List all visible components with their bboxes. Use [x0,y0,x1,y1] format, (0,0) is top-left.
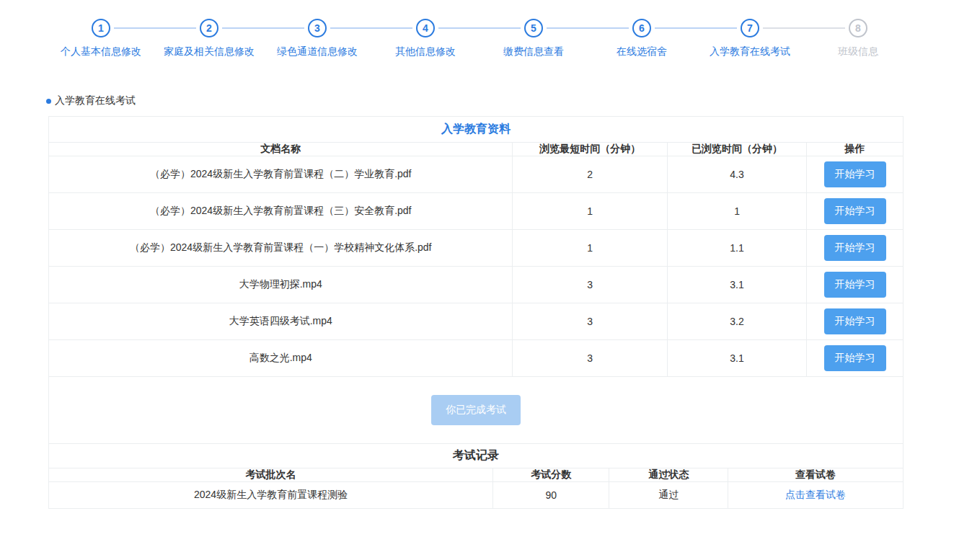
step-4-number-icon: 4 [416,19,435,37]
step-3-number-icon: 3 [308,19,327,37]
step-6-label: 在线选宿舍 [617,45,667,58]
start-study-button[interactable]: 开始学习 [824,198,886,224]
exam-table-header-row: 考试批次名 考试分数 通过状态 查看试卷 [49,468,903,482]
step-5-label: 缴费信息查看 [503,45,564,58]
doc-name: （必学）2024级新生入学教育前置课程（一）学校精神文化体系.pdf [49,230,513,267]
column-header-exam-score: 考试分数 [493,468,609,482]
viewed-time: 3.1 [667,267,806,303]
column-header-action: 操作 [807,143,903,156]
step-2-number-icon: 2 [200,19,218,37]
step-5-number-icon: 5 [524,19,543,37]
education-table-title-row: 入学教育资料 [49,117,903,143]
viewed-time: 3.2 [667,303,806,340]
doc-name: （必学）2024级新生入学教育前置课程（三）安全教育.pdf [49,193,513,230]
exam-completed-button[interactable]: 你已完成考试 [431,395,521,425]
column-header-exam-batch: 考试批次名 [49,468,493,482]
step-1-basic-info[interactable]: 1 个人基本信息修改 [47,19,155,58]
start-study-button[interactable]: 开始学习 [824,235,886,261]
doc-name: 大学物理初探.mp4 [49,267,513,303]
viewed-time: 1.1 [667,230,806,267]
content-tables: 入学教育资料 文档名称 浏览最短时间（分钟） 已浏览时间（分钟） 操作 （必学）… [48,116,903,509]
column-header-doc-name: 文档名称 [49,143,513,156]
table-row: 2024级新生入学教育前置课程测验 90 通过 点击查看试卷 [49,482,903,509]
step-7-online-exam[interactable]: 7 入学教育在线考试 [696,19,804,58]
column-header-view-paper: 查看试卷 [728,468,903,482]
table-row: （必学）2024级新生入学教育前置课程（三）安全教育.pdf 1 1 开始学习 [49,193,903,230]
step-8-class-info[interactable]: 8 班级信息 [804,19,912,58]
step-6-number-icon: 6 [632,19,651,37]
table-row: （必学）2024级新生入学教育前置课程（一）学校精神文化体系.pdf 1 1.1… [49,230,903,267]
step-7-label: 入学教育在线考试 [710,45,790,58]
min-time: 3 [513,303,667,340]
table-row: 高数之光.mp4 3 3.1 开始学习 [49,340,903,377]
education-table-header-row: 文档名称 浏览最短时间（分钟） 已浏览时间（分钟） 操作 [49,143,903,156]
step-8-number-icon: 8 [849,19,867,37]
education-table-title: 入学教育资料 [49,117,903,143]
start-study-button[interactable]: 开始学习 [824,272,886,298]
step-6-dorm-selection[interactable]: 6 在线选宿舍 [588,19,696,58]
table-row: 大学英语四级考试.mp4 3 3.2 开始学习 [49,303,903,340]
education-materials-table: 入学教育资料 文档名称 浏览最短时间（分钟） 已浏览时间（分钟） 操作 （必学）… [48,116,903,444]
start-study-button[interactable]: 开始学习 [824,161,886,187]
step-7-number-icon: 7 [741,19,759,37]
exam-table-title-row: 考试记录 [49,444,903,468]
exam-completed-row: 你已完成考试 [49,377,903,444]
pass-status: 通过 [609,482,728,509]
viewed-time: 4.3 [667,156,806,193]
table-row: 大学物理初探.mp4 3 3.1 开始学习 [49,267,903,303]
min-time: 1 [513,230,667,267]
exam-batch-name: 2024级新生入学教育前置课程测验 [49,482,493,509]
min-time: 3 [513,340,667,377]
doc-name: 高数之光.mp4 [49,340,513,377]
viewed-time: 1 [667,193,806,230]
column-header-viewed-time: 已浏览时间（分钟） [667,143,806,156]
step-2-label: 家庭及相关信息修改 [164,45,255,58]
section-title: 入学教育在线考试 [55,94,136,107]
step-4-label: 其他信息修改 [395,45,456,58]
column-header-min-time: 浏览最短时间（分钟） [513,143,667,156]
min-time: 1 [513,193,667,230]
step-3-label: 绿色通道信息修改 [277,45,358,58]
min-time: 2 [513,156,667,193]
column-header-pass-status: 通过状态 [609,468,728,482]
step-4-other-info[interactable]: 4 其他信息修改 [371,19,480,58]
step-1-number-icon: 1 [92,19,110,37]
step-3-green-channel[interactable]: 3 绿色通道信息修改 [263,19,371,58]
step-2-family-info[interactable]: 2 家庭及相关信息修改 [155,19,263,58]
step-1-label: 个人基本信息修改 [61,45,141,58]
exam-record-table: 考试记录 考试批次名 考试分数 通过状态 查看试卷 2024级新生入学教育前置课… [48,443,903,509]
start-study-button[interactable]: 开始学习 [824,308,886,334]
enrollment-stepper: 1 个人基本信息修改 2 家庭及相关信息修改 3 绿色通道信息修改 4 其他信息… [0,19,972,58]
step-8-label: 班级信息 [838,45,878,58]
table-row: （必学）2024级新生入学教育前置课程（二）学业教育.pdf 2 4.3 开始学… [49,156,903,193]
doc-name: （必学）2024级新生入学教育前置课程（二）学业教育.pdf [49,156,513,193]
start-study-button[interactable]: 开始学习 [824,345,886,371]
exam-table-title: 考试记录 [49,444,903,468]
viewed-time: 3.1 [667,340,806,377]
doc-name: 大学英语四级考试.mp4 [49,303,513,340]
step-5-payment-info[interactable]: 5 缴费信息查看 [480,19,588,58]
view-exam-paper-link[interactable]: 点击查看试卷 [785,489,846,500]
min-time: 3 [513,267,667,303]
section-header: 入学教育在线考试 [46,94,972,107]
bullet-dot-icon [46,99,51,104]
exam-score: 90 [493,482,609,509]
